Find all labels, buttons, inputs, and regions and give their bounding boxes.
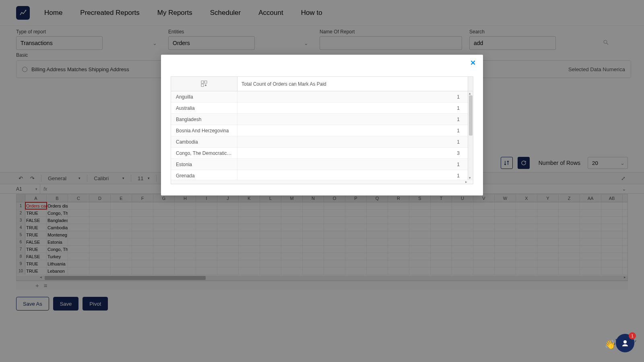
svg-rect-3 — [201, 81, 204, 83]
pivot-row-value: 1 — [237, 159, 468, 170]
pivot-row-value: 1 — [237, 103, 468, 113]
pivot-row[interactable]: Anguilla1 — [171, 91, 473, 103]
pivot-row-value: 1 — [237, 170, 468, 180]
pivot-row-label: Congo, The Democratic Re… — [171, 148, 237, 158]
pivot-row[interactable]: Bangladesh1 — [171, 114, 473, 125]
pivot-row-value: 1 — [237, 114, 468, 125]
pivot-table: Total Count of Orders can Mark As Paid A… — [171, 76, 473, 184]
pivot-row[interactable]: Grenada1 — [171, 170, 473, 180]
pivot-row-value: 3 — [237, 148, 468, 158]
pivot-row[interactable]: Bosnia And Herzegovina1 — [171, 125, 473, 136]
pivot-vertical-scrollbar[interactable]: ▴ ▾ — [468, 91, 473, 180]
close-button[interactable]: ✕ — [470, 59, 476, 67]
pivot-row-label: Estonia — [171, 159, 237, 170]
chat-widget[interactable]: We Are Here! 👋 1 — [616, 334, 634, 352]
svg-rect-5 — [204, 81, 207, 83]
pivot-row-value: 1 — [237, 136, 468, 147]
svg-point-6 — [205, 84, 206, 86]
pivot-row-value: 1 — [237, 91, 468, 102]
chat-bubble[interactable]: 1 — [616, 334, 634, 352]
pivot-row-label: Bangladesh — [171, 114, 237, 125]
pivot-row[interactable]: Australia1 — [171, 103, 473, 114]
pivot-row-value: 1 — [237, 125, 468, 136]
pivot-row-label: Grenada — [171, 170, 237, 180]
pivot-row[interactable]: Cambodia1 — [171, 136, 473, 148]
pivot-row-label: Bosnia And Herzegovina — [171, 125, 237, 136]
pivot-modal: ✕ Total Count of Orders can Mark As Paid… — [161, 55, 483, 195]
pivot-row[interactable]: Congo, The Democratic Re…3 — [171, 148, 473, 159]
pivot-horizontal-scrollbar[interactable]: ▸ — [171, 180, 473, 184]
pivot-row-label: Australia — [171, 103, 237, 113]
pivot-config-icon[interactable] — [171, 77, 237, 91]
svg-point-8 — [623, 340, 627, 343]
chat-badge: 1 — [629, 332, 636, 339]
pivot-row[interactable]: Estonia1 — [171, 159, 473, 170]
pivot-column-header: Total Count of Orders can Mark As Paid — [237, 77, 468, 91]
wave-icon: 👋 — [605, 339, 615, 350]
pivot-row-label: Anguilla — [171, 91, 237, 102]
pivot-row-label: Cambodia — [171, 136, 237, 147]
svg-rect-4 — [201, 84, 204, 86]
